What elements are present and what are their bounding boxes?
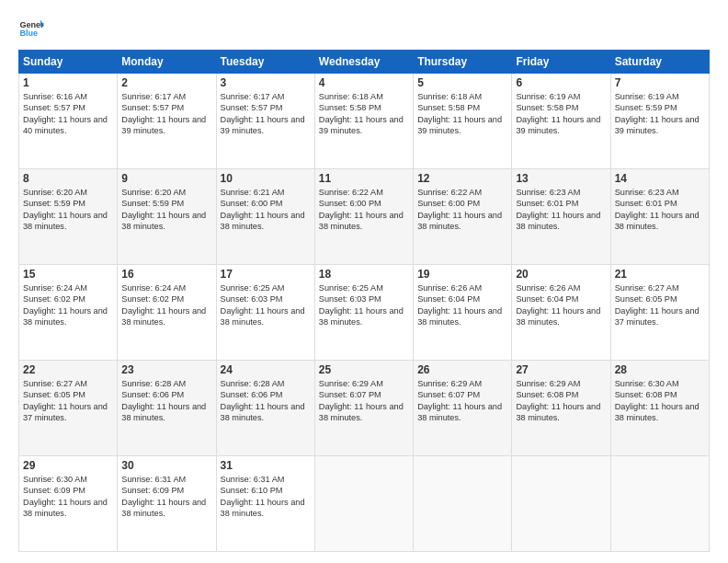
day-number: 24 xyxy=(221,363,311,376)
day-cell: 7 Sunrise: 6:19 AMSunset: 5:59 PMDayligh… xyxy=(610,74,709,169)
day-number: 31 xyxy=(221,459,311,472)
day-cell: 23 Sunrise: 6:28 AMSunset: 6:06 PMDaylig… xyxy=(118,361,216,456)
day-cell: 25 Sunrise: 6:29 AMSunset: 6:07 PMDaylig… xyxy=(314,361,413,456)
day-number: 20 xyxy=(516,268,606,281)
day-info: Sunrise: 6:29 AMSunset: 6:07 PMDaylight:… xyxy=(417,378,507,424)
day-info: Sunrise: 6:25 AMSunset: 6:03 PMDaylight:… xyxy=(221,282,311,328)
day-number: 18 xyxy=(319,268,409,281)
day-cell xyxy=(610,456,709,552)
day-cell: 10 Sunrise: 6:21 AMSunset: 6:00 PMDaylig… xyxy=(216,169,314,265)
day-number: 6 xyxy=(516,76,606,89)
day-info: Sunrise: 6:17 AMSunset: 5:57 PMDaylight:… xyxy=(121,91,211,137)
day-cell: 2 Sunrise: 6:17 AMSunset: 5:57 PMDayligh… xyxy=(118,74,216,169)
day-info: Sunrise: 6:19 AMSunset: 5:59 PMDaylight:… xyxy=(615,91,705,137)
day-info: Sunrise: 6:18 AMSunset: 5:58 PMDaylight:… xyxy=(319,91,409,137)
week-row-2: 8 Sunrise: 6:20 AMSunset: 5:59 PMDayligh… xyxy=(19,169,710,265)
day-cell xyxy=(414,456,512,552)
day-cell: 1 Sunrise: 6:16 AMSunset: 5:57 PMDayligh… xyxy=(19,74,118,169)
header: General Blue xyxy=(18,15,710,40)
day-info: Sunrise: 6:21 AMSunset: 6:00 PMDaylight:… xyxy=(221,187,311,233)
day-cell: 6 Sunrise: 6:19 AMSunset: 5:58 PMDayligh… xyxy=(512,74,610,169)
day-info: Sunrise: 6:30 AMSunset: 6:09 PMDaylight:… xyxy=(23,474,113,520)
day-number: 27 xyxy=(516,363,606,376)
calendar-table: SundayMondayTuesdayWednesdayThursdayFrid… xyxy=(18,50,710,552)
day-info: Sunrise: 6:24 AMSunset: 6:02 PMDaylight:… xyxy=(23,282,113,328)
col-header-monday: Monday xyxy=(118,51,216,74)
day-info: Sunrise: 6:20 AMSunset: 5:59 PMDaylight:… xyxy=(23,187,113,233)
day-cell: 13 Sunrise: 6:23 AMSunset: 6:01 PMDaylig… xyxy=(512,169,610,265)
day-cell: 29 Sunrise: 6:30 AMSunset: 6:09 PMDaylig… xyxy=(19,456,118,552)
day-number: 2 xyxy=(121,76,211,89)
day-cell xyxy=(512,456,610,552)
day-info: Sunrise: 6:16 AMSunset: 5:57 PMDaylight:… xyxy=(23,91,113,137)
day-cell: 11 Sunrise: 6:22 AMSunset: 6:00 PMDaylig… xyxy=(314,169,413,265)
day-info: Sunrise: 6:27 AMSunset: 6:05 PMDaylight:… xyxy=(23,378,113,424)
day-cell: 21 Sunrise: 6:27 AMSunset: 6:05 PMDaylig… xyxy=(610,265,709,361)
day-info: Sunrise: 6:28 AMSunset: 6:06 PMDaylight:… xyxy=(121,378,211,424)
day-cell: 27 Sunrise: 6:29 AMSunset: 6:08 PMDaylig… xyxy=(512,361,610,456)
day-number: 7 xyxy=(615,76,705,89)
col-header-sunday: Sunday xyxy=(19,51,118,74)
day-number: 30 xyxy=(121,459,211,472)
day-info: Sunrise: 6:30 AMSunset: 6:08 PMDaylight:… xyxy=(615,378,705,424)
day-cell: 19 Sunrise: 6:26 AMSunset: 6:04 PMDaylig… xyxy=(414,265,512,361)
day-info: Sunrise: 6:29 AMSunset: 6:07 PMDaylight:… xyxy=(319,378,409,424)
day-cell: 22 Sunrise: 6:27 AMSunset: 6:05 PMDaylig… xyxy=(19,361,118,456)
col-header-saturday: Saturday xyxy=(610,51,709,74)
day-number: 8 xyxy=(23,172,113,185)
day-info: Sunrise: 6:31 AMSunset: 6:09 PMDaylight:… xyxy=(121,474,211,520)
day-cell: 3 Sunrise: 6:17 AMSunset: 5:57 PMDayligh… xyxy=(216,74,314,169)
day-cell: 30 Sunrise: 6:31 AMSunset: 6:09 PMDaylig… xyxy=(118,456,216,552)
day-number: 13 xyxy=(516,172,606,185)
day-number: 5 xyxy=(417,76,507,89)
day-number: 3 xyxy=(221,76,311,89)
day-cell: 28 Sunrise: 6:30 AMSunset: 6:08 PMDaylig… xyxy=(610,361,709,456)
day-number: 16 xyxy=(121,268,211,281)
svg-text:Blue: Blue xyxy=(19,29,38,38)
day-cell: 26 Sunrise: 6:29 AMSunset: 6:07 PMDaylig… xyxy=(414,361,512,456)
day-cell: 14 Sunrise: 6:23 AMSunset: 6:01 PMDaylig… xyxy=(610,169,709,265)
day-info: Sunrise: 6:23 AMSunset: 6:01 PMDaylight:… xyxy=(615,187,705,233)
day-number: 29 xyxy=(23,459,113,472)
day-number: 23 xyxy=(121,363,211,376)
day-info: Sunrise: 6:18 AMSunset: 5:58 PMDaylight:… xyxy=(417,91,507,137)
day-number: 28 xyxy=(615,363,705,376)
week-row-3: 15 Sunrise: 6:24 AMSunset: 6:02 PMDaylig… xyxy=(19,265,710,361)
day-number: 9 xyxy=(121,172,211,185)
day-info: Sunrise: 6:26 AMSunset: 6:04 PMDaylight:… xyxy=(417,282,507,328)
day-info: Sunrise: 6:28 AMSunset: 6:06 PMDaylight:… xyxy=(221,378,311,424)
day-number: 1 xyxy=(23,76,113,89)
day-cell: 9 Sunrise: 6:20 AMSunset: 5:59 PMDayligh… xyxy=(118,169,216,265)
col-header-friday: Friday xyxy=(512,51,610,74)
day-cell: 4 Sunrise: 6:18 AMSunset: 5:58 PMDayligh… xyxy=(314,74,413,169)
day-info: Sunrise: 6:29 AMSunset: 6:08 PMDaylight:… xyxy=(516,378,606,424)
day-number: 19 xyxy=(417,268,507,281)
day-cell: 8 Sunrise: 6:20 AMSunset: 5:59 PMDayligh… xyxy=(19,169,118,265)
day-info: Sunrise: 6:22 AMSunset: 6:00 PMDaylight:… xyxy=(417,187,507,233)
day-cell: 18 Sunrise: 6:25 AMSunset: 6:03 PMDaylig… xyxy=(314,265,413,361)
week-row-5: 29 Sunrise: 6:30 AMSunset: 6:09 PMDaylig… xyxy=(19,456,710,552)
day-info: Sunrise: 6:27 AMSunset: 6:05 PMDaylight:… xyxy=(615,282,705,328)
week-row-1: 1 Sunrise: 6:16 AMSunset: 5:57 PMDayligh… xyxy=(19,74,710,169)
day-number: 21 xyxy=(615,268,705,281)
day-cell: 16 Sunrise: 6:24 AMSunset: 6:02 PMDaylig… xyxy=(118,265,216,361)
day-cell xyxy=(314,456,413,552)
week-row-4: 22 Sunrise: 6:27 AMSunset: 6:05 PMDaylig… xyxy=(19,361,710,456)
day-number: 22 xyxy=(23,363,113,376)
day-cell: 24 Sunrise: 6:28 AMSunset: 6:06 PMDaylig… xyxy=(216,361,314,456)
day-cell: 31 Sunrise: 6:31 AMSunset: 6:10 PMDaylig… xyxy=(216,456,314,552)
day-cell: 15 Sunrise: 6:24 AMSunset: 6:02 PMDaylig… xyxy=(19,265,118,361)
col-header-tuesday: Tuesday xyxy=(216,51,314,74)
day-number: 26 xyxy=(417,363,507,376)
day-info: Sunrise: 6:19 AMSunset: 5:58 PMDaylight:… xyxy=(516,91,606,137)
day-number: 15 xyxy=(23,268,113,281)
day-number: 25 xyxy=(319,363,409,376)
day-info: Sunrise: 6:23 AMSunset: 6:01 PMDaylight:… xyxy=(516,187,606,233)
day-cell: 17 Sunrise: 6:25 AMSunset: 6:03 PMDaylig… xyxy=(216,265,314,361)
day-number: 12 xyxy=(417,172,507,185)
day-info: Sunrise: 6:24 AMSunset: 6:02 PMDaylight:… xyxy=(121,282,211,328)
col-header-thursday: Thursday xyxy=(414,51,512,74)
day-number: 11 xyxy=(319,172,409,185)
col-header-wednesday: Wednesday xyxy=(314,51,413,74)
day-info: Sunrise: 6:22 AMSunset: 6:00 PMDaylight:… xyxy=(319,187,409,233)
